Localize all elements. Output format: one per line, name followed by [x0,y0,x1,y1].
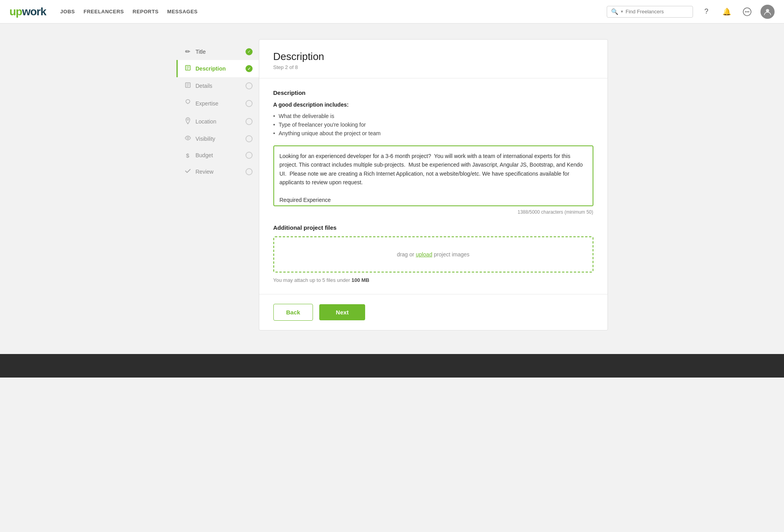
description-section-title: Description [273,89,593,96]
svg-point-3 [748,11,749,12]
search-input[interactable] [626,9,689,15]
content-footer: Back Next [259,294,608,330]
nav-freelancers[interactable]: FREELANCERS [84,9,124,15]
char-count: 1388/5000 characters (minimum 50) [273,209,593,215]
nav-reports[interactable]: REPORTS [133,9,158,15]
details-icon [184,82,192,90]
review-check [246,168,253,175]
file-note-prefix: You may attach up to 5 files under [273,277,352,283]
logo[interactable]: upwork [9,5,46,18]
search-dropdown-icon[interactable]: ▾ [621,9,623,14]
review-icon [184,168,192,175]
bullet-2: Type of freelancer you're looking for [273,120,593,129]
sidebar-item-description[interactable]: Description ✓ [176,60,259,77]
nav-messages[interactable]: MESSAGES [167,9,198,15]
budget-check [246,152,253,159]
good-desc-label: A good description includes: [273,102,593,108]
page-footer [0,354,784,378]
svg-point-1 [745,11,746,12]
notifications-button[interactable]: 🔔 [720,5,734,19]
user-avatar[interactable] [760,5,775,19]
navbar: upwork JOBS FREELANCERS REPORTS MESSAGES… [0,0,784,24]
svg-point-4 [766,9,769,12]
bullet-1: What the deliverable is [273,112,593,120]
sidebar-item-visibility[interactable]: Visibility [176,131,259,147]
navbar-right: 🔍 ▾ ? 🔔 [607,5,775,19]
budget-icon: $ [184,152,192,159]
sidebar-label-expertise: Expertise [196,100,242,107]
details-check [246,82,253,89]
description-check: ✓ [246,65,253,72]
upload-area[interactable]: drag or upload project images [273,236,593,272]
page-wrapper: ✏ Title ✓ Description ✓ Detail [176,39,608,330]
svg-point-8 [187,137,188,139]
sidebar-label-visibility: Visibility [196,136,242,142]
nav-jobs[interactable]: JOBS [60,9,75,15]
search-icon: 🔍 [611,8,618,15]
search-box[interactable]: 🔍 ▾ [607,6,693,18]
sidebar-item-details[interactable]: Details [176,77,259,94]
upload-drag-text: drag or [397,251,416,258]
sidebar-item-expertise[interactable]: Expertise [176,94,259,113]
back-button[interactable]: Back [273,304,313,321]
title-check: ✓ [246,48,253,55]
additional-files-title: Additional project files [273,224,593,231]
svg-point-2 [747,11,748,12]
main-content: Description Step 2 of 8 Description A go… [259,39,608,330]
upload-link[interactable]: upload [416,251,432,258]
sidebar-item-location[interactable]: Location [176,113,259,131]
svg-point-7 [187,119,189,120]
sidebar-item-title[interactable]: ✏ Title ✓ [176,43,259,60]
contracts-button[interactable] [740,5,754,19]
next-button[interactable]: Next [319,304,365,320]
file-note-size: 100 MB [351,277,369,283]
step-label: Step 2 of 8 [273,64,593,70]
location-icon [184,117,192,126]
sidebar-label-title: Title [196,49,242,55]
sidebar-label-review: Review [196,169,242,175]
description-icon [184,65,192,73]
sidebar-item-budget[interactable]: $ Budget [176,147,259,163]
help-button[interactable]: ? [699,5,713,19]
description-bullets: What the deliverable is Type of freelanc… [273,112,593,138]
location-check [246,118,253,125]
sidebar: ✏ Title ✓ Description ✓ Detail [176,39,259,180]
expertise-check [246,100,253,107]
content-body: Description A good description includes:… [259,78,608,294]
visibility-icon [184,135,192,142]
nav-links: JOBS FREELANCERS REPORTS MESSAGES [60,9,198,15]
bullet-3: Anything unique about the project or tea… [273,129,593,138]
sidebar-label-budget: Budget [196,152,242,158]
visibility-check [246,135,253,142]
expertise-icon [184,99,192,108]
file-note: You may attach up to 5 files under 100 M… [273,277,593,283]
sidebar-item-review[interactable]: Review [176,163,259,180]
title-icon: ✏ [184,48,192,55]
sidebar-label-details: Details [196,83,242,89]
sidebar-label-description: Description [196,65,242,72]
description-textarea[interactable]: Looking for an experienced developer for… [273,145,593,206]
content-header: Description Step 2 of 8 [259,40,608,78]
upload-after-text: project images [432,251,469,258]
page-title: Description [273,51,593,63]
sidebar-label-location: Location [196,118,242,125]
